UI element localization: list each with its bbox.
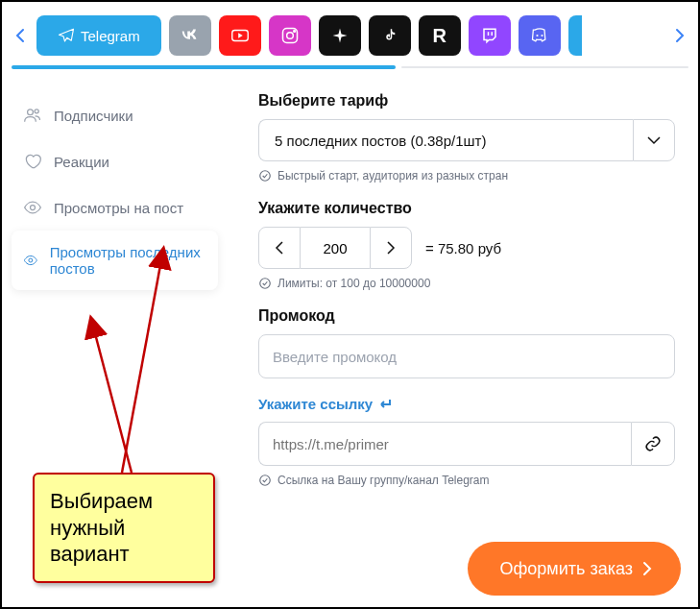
tab-telegram-label: Telegram	[81, 28, 140, 44]
svg-point-3	[293, 31, 295, 33]
tariff-hint: Быстрый старт, аудитория из разных стран	[258, 169, 675, 183]
qty-decrease-button[interactable]	[258, 227, 301, 269]
tab-tiktok[interactable]	[369, 15, 411, 56]
next-platform-arrow[interactable]	[671, 16, 688, 55]
order-form: Выберите тариф 5 последних постов (0.38р…	[228, 92, 698, 504]
order-button-label: Оформить заказ	[500, 559, 633, 579]
sidebar-item-subscribers[interactable]: Подписчики	[12, 92, 228, 138]
heart-icon	[23, 152, 42, 171]
promo-label: Промокод	[258, 307, 675, 325]
tariff-value: 5 последних постов (0.38р/1шт)	[258, 119, 633, 161]
qty-stepper	[258, 227, 412, 269]
link-input[interactable]	[258, 422, 631, 466]
svg-point-9	[29, 258, 33, 262]
promo-input[interactable]	[258, 334, 675, 378]
tab-more[interactable]	[568, 15, 582, 56]
qty-increase-button[interactable]	[370, 227, 412, 269]
qty-input[interactable]	[301, 227, 370, 269]
chevron-right-icon	[642, 561, 652, 576]
check-circle-icon	[258, 474, 272, 487]
telegram-icon	[58, 27, 75, 44]
link-icon	[644, 435, 662, 452]
rutube-icon: R	[432, 25, 446, 47]
sidebar-item-label: Подписчики	[54, 108, 133, 124]
qty-label: Укажите количество	[258, 200, 675, 217]
link-hint: Ссылка на Вашу группу/канал Telegram	[258, 474, 675, 487]
svg-point-10	[260, 171, 271, 182]
users-icon	[23, 106, 42, 125]
check-circle-icon	[258, 277, 272, 290]
sidebar-item-label: Реакции	[54, 154, 109, 170]
tariff-label: Выберите тариф	[258, 92, 675, 110]
tab-telegram[interactable]: Telegram	[36, 15, 161, 56]
check-circle-icon	[258, 169, 272, 183]
tab-youtube[interactable]	[219, 15, 261, 56]
sidebar: Подписчики Реакции Просмотры на пост Про…	[2, 92, 228, 504]
instagram-icon	[280, 26, 300, 45]
tab-spark[interactable]	[319, 15, 361, 56]
link-button[interactable]	[631, 422, 675, 466]
tab-rutube[interactable]: R	[419, 15, 461, 56]
prev-platform-arrow[interactable]	[12, 16, 29, 55]
platform-tabs: Telegram R	[2, 2, 698, 56]
discord-icon	[530, 26, 549, 45]
total-price: = 75.80 руб	[425, 240, 501, 256]
qty-hint: Лимиты: от 100 до 10000000	[258, 277, 675, 290]
svg-point-4	[536, 35, 538, 37]
chevron-down-icon	[633, 119, 675, 161]
tab-discord[interactable]	[519, 15, 561, 56]
tab-twitch[interactable]	[469, 15, 511, 56]
svg-point-5	[541, 35, 543, 37]
sidebar-item-label: Просмотры последних постов	[50, 244, 206, 277]
youtube-icon	[229, 25, 251, 46]
order-button[interactable]: Оформить заказ	[468, 542, 681, 596]
svg-point-12	[260, 475, 271, 486]
svg-point-11	[260, 279, 271, 289]
tab-vk[interactable]	[169, 15, 211, 56]
sparkle-icon	[331, 27, 349, 44]
tab-instagram[interactable]	[269, 15, 311, 56]
sidebar-item-label: Просмотры на пост	[54, 200, 183, 216]
annotation-note: Выбираем нужный вариант	[33, 473, 215, 583]
sidebar-item-post-views[interactable]: Просмотры на пост	[12, 184, 228, 231]
vk-icon	[180, 25, 201, 46]
eye-icon	[23, 198, 42, 217]
svg-point-7	[35, 110, 38, 113]
svg-point-8	[31, 206, 36, 210]
eye-icon	[23, 251, 38, 270]
tariff-select[interactable]: 5 последних постов (0.38р/1шт)	[258, 119, 675, 161]
sidebar-item-recent-views[interactable]: Просмотры последних постов	[12, 231, 218, 290]
svg-point-6	[28, 110, 34, 115]
svg-point-2	[286, 33, 293, 39]
sidebar-item-reactions[interactable]: Реакции	[12, 138, 228, 184]
arrow-return-icon	[378, 398, 394, 411]
tiktok-icon	[381, 27, 398, 44]
twitch-icon	[481, 27, 498, 44]
link-label: Укажите ссылку	[258, 396, 675, 412]
